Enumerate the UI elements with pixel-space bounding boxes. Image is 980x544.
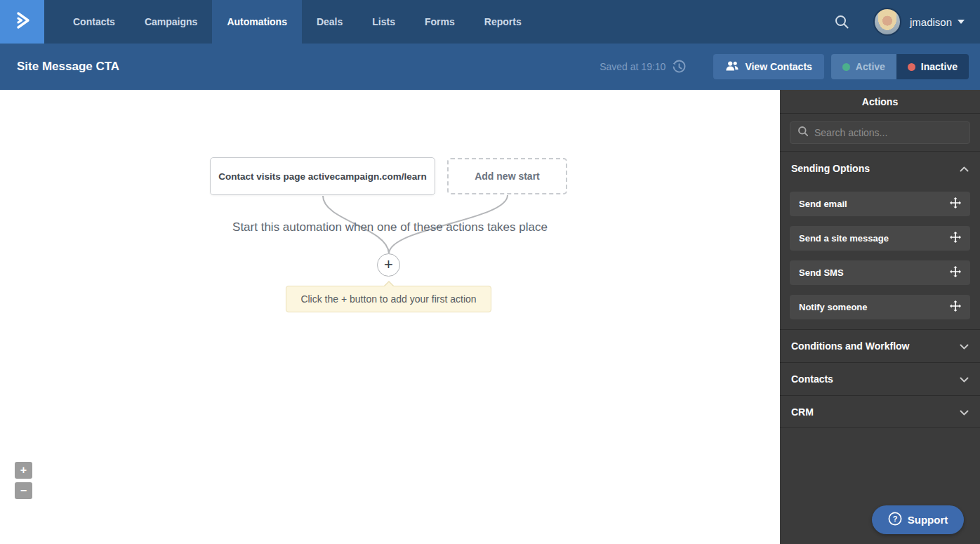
automation-builder-app: Contacts Campaigns Automations Deals Lis…	[0, 0, 980, 544]
section-label: CRM	[791, 406, 814, 418]
add-action-plus-button[interactable]: +	[377, 253, 400, 277]
section-label: Conditions and Workflow	[791, 340, 910, 352]
saved-status: Saved at 19:10	[600, 61, 666, 72]
section-sending-options[interactable]: Sending Options	[780, 152, 980, 185]
support-label: Support	[908, 514, 948, 526]
top-nav: Contacts Campaigns Automations Deals Lis…	[0, 0, 980, 44]
action-item-label: Send SMS	[799, 267, 844, 278]
inactive-status-dot	[908, 63, 915, 71]
toggle-active[interactable]: Active	[831, 54, 896, 79]
chevron-down-icon	[960, 373, 969, 385]
user-avatar[interactable]	[873, 8, 901, 36]
action-item-send-email[interactable]: Send email	[790, 192, 970, 216]
tab-reports[interactable]: Reports	[470, 0, 536, 44]
section-conditions-and-workflow[interactable]: Conditions and Workflow	[780, 329, 980, 362]
move-arrows-icon[interactable]	[950, 300, 961, 314]
activecampaign-logo-icon	[11, 8, 34, 35]
move-arrows-icon[interactable]	[950, 232, 961, 246]
page-title: Site Message CTA	[17, 60, 119, 74]
people-icon	[725, 60, 739, 74]
view-contacts-label: View Contacts	[745, 61, 812, 72]
add-new-start-node[interactable]: Add new start	[447, 158, 567, 194]
section-label: Contacts	[791, 373, 833, 385]
tab-lists[interactable]: Lists	[357, 0, 410, 44]
activecampaign-logo[interactable]	[0, 0, 44, 44]
user-menu-caret-icon[interactable]	[958, 20, 965, 24]
canvas-zoom-controls: + −	[15, 462, 32, 499]
tab-campaigns[interactable]: Campaigns	[130, 0, 212, 44]
actions-sidebar: Actions Sending Options Send email	[780, 90, 980, 544]
action-item-label: Send email	[799, 199, 847, 209]
chevron-down-icon	[960, 340, 969, 352]
sidebar-search-area	[780, 114, 980, 152]
canvas-heading: Start this automation when one of these …	[0, 220, 780, 234]
chevron-up-icon	[960, 163, 969, 174]
action-item-label: Notify someone	[799, 302, 868, 312]
sidebar-title: Actions	[780, 90, 980, 114]
zoom-out-button[interactable]: −	[15, 482, 32, 499]
actions-search-box[interactable]	[790, 121, 970, 144]
section-contacts[interactable]: Contacts	[780, 362, 980, 395]
question-circle-icon: ?	[888, 512, 902, 528]
nav-right-cluster: jmadison	[834, 0, 980, 44]
sending-options-items: Send email Send a site message Send SMS …	[780, 185, 980, 329]
inactive-label: Inactive	[921, 61, 958, 72]
main-nav-tabs: Contacts Campaigns Automations Deals Lis…	[58, 0, 536, 44]
action-item-send-site-message[interactable]: Send a site message	[790, 226, 970, 251]
move-arrows-icon[interactable]	[950, 197, 961, 211]
username[interactable]: jmadison	[910, 16, 952, 28]
first-action-tooltip: Click the + button to add your first act…	[286, 286, 491, 312]
active-inactive-toggle: Active Inactive	[831, 54, 969, 79]
chevron-down-icon	[960, 406, 969, 418]
header-right-cluster: Saved at 19:10 View Contacts	[600, 54, 980, 79]
action-item-notify-someone[interactable]: Notify someone	[790, 295, 970, 319]
action-item-label: Send a site message	[799, 233, 889, 244]
revision-history-icon[interactable]	[672, 60, 687, 74]
active-status-dot	[842, 63, 850, 71]
tab-contacts[interactable]: Contacts	[58, 0, 130, 44]
search-icon	[797, 126, 809, 140]
section-crm[interactable]: CRM	[780, 395, 980, 428]
section-label: Sending Options	[791, 163, 870, 174]
action-item-send-sms[interactable]: Send SMS	[790, 260, 970, 285]
tab-forms[interactable]: Forms	[410, 0, 470, 44]
svg-text:?: ?	[892, 515, 897, 523]
automation-header: Site Message CTA Saved at 19:10	[0, 44, 980, 90]
tab-deals[interactable]: Deals	[302, 0, 357, 44]
actions-search-input[interactable]	[814, 127, 962, 138]
tab-automations[interactable]: Automations	[212, 0, 302, 44]
trigger-node[interactable]: Contact visits page activecampaign.com/l…	[210, 157, 435, 195]
view-contacts-button[interactable]: View Contacts	[713, 54, 823, 79]
active-label: Active	[856, 61, 885, 72]
support-button[interactable]: ? Support	[872, 505, 964, 534]
automation-canvas[interactable]: Start this automation when one of these …	[0, 90, 780, 544]
toggle-inactive[interactable]: Inactive	[896, 54, 969, 79]
search-icon[interactable]	[834, 14, 849, 29]
move-arrows-icon[interactable]	[950, 266, 961, 280]
zoom-in-button[interactable]: +	[15, 462, 32, 479]
